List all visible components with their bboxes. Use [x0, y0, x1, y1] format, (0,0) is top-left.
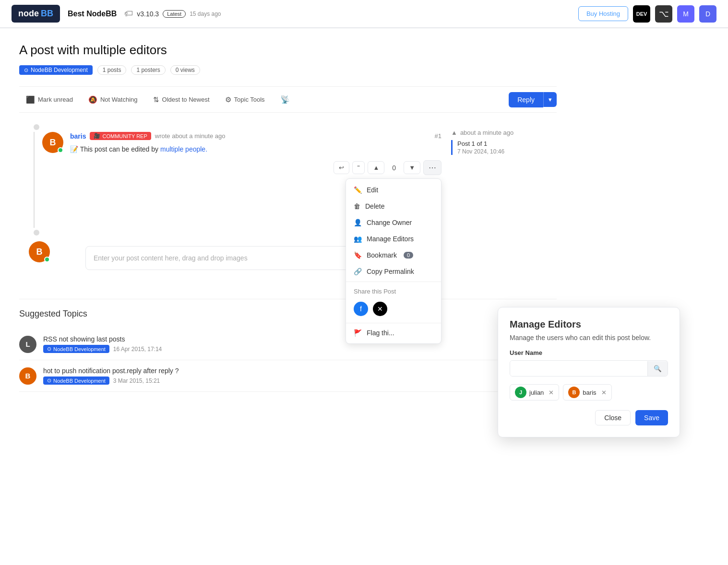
video-icon: 🎥 [94, 133, 100, 139]
views-count: 0 views [170, 65, 200, 75]
list-item: L RSS not showing last posts ⊙ NodeBB De… [19, 329, 557, 360]
bookmark-count: 0 [404, 252, 413, 259]
list-item: B hot to push notification post.reply af… [19, 360, 557, 392]
avatar-online-indicator [58, 147, 63, 153]
thread-dot-top [34, 124, 39, 130]
topic-tools-label: Topic Tools [234, 96, 265, 103]
post-number: #1 [435, 132, 442, 140]
highlight-text: multiple people. [160, 145, 207, 153]
mark-unread-icon: ⬛ [26, 95, 35, 104]
post-body: 📝 This post can be edited by multiple pe… [70, 144, 442, 154]
facebook-share-button[interactable]: f [354, 302, 368, 316]
change-owner-menu-item[interactable]: 👤 Change Owner [346, 214, 441, 231]
avatar: B [42, 132, 63, 153]
topic-cat-badge-0[interactable]: ⊙ NodeBB Development [43, 345, 109, 353]
main-layout: B baris 🎥 COMMUNITY REP wrote about a mi… [19, 124, 557, 280]
copy-permalink-menu-item[interactable]: 🔗 Copy Permalink [346, 263, 441, 280]
manage-editors-icon: 👥 [354, 235, 362, 243]
dropdown-menu: ✏️ Edit 🗑 Delete 👤 Change Owner [346, 178, 442, 344]
edit-label: Edit [367, 186, 378, 194]
post-content: baris 🎥 COMMUNITY REP wrote about a minu… [70, 132, 442, 228]
delete-menu-item[interactable]: 🗑 Delete [346, 198, 441, 214]
not-watching-icon: 🔕 [88, 95, 97, 104]
upvote-button[interactable]: ▲ [368, 161, 384, 174]
dev-icon[interactable]: DEV [633, 5, 650, 23]
flag-label: Flag thi... [367, 329, 394, 337]
link-icon: 🔗 [354, 268, 362, 275]
sort-icon: ⇅ [153, 95, 159, 104]
github-icon[interactable]: ⌥ [655, 5, 672, 23]
sort-label: Oldest to Newest [162, 96, 210, 103]
mastodon-icon[interactable]: M [677, 5, 694, 23]
sort-button[interactable]: ⇅ Oldest to Newest [146, 92, 216, 107]
main-content: B baris 🎥 COMMUNITY REP wrote about a mi… [19, 124, 442, 280]
posters-count: 1 posters [131, 65, 165, 75]
delete-icon: 🗑 [354, 202, 360, 210]
edit-menu-item[interactable]: ✏️ Edit [346, 182, 441, 198]
not-watching-label: Not Watching [100, 96, 138, 103]
discord-icon[interactable]: D [699, 5, 716, 23]
rss-icon: 📡 [280, 95, 290, 104]
buy-hosting-button[interactable]: Buy Hosting [578, 6, 628, 21]
more-options-button[interactable]: ⋯ [423, 160, 442, 175]
mark-unread-button[interactable]: ⬛ Mark unread [19, 92, 80, 107]
reply-dropdown-button[interactable]: ▾ [543, 92, 557, 107]
logo-node: node [18, 9, 39, 19]
sidebar-post-date: 7 Nov 2024, 10:46 [457, 148, 557, 155]
posts-count: 1 posts [97, 65, 127, 75]
editor-name-julian: julian [529, 389, 544, 396]
flag-menu-item[interactable]: 🚩 Flag thi... [346, 325, 441, 341]
category-badge[interactable]: ⊙ NodeBB Development [19, 65, 93, 75]
cat-icon-0: ⊙ [47, 346, 51, 352]
search-button[interactable]: 🔍 [647, 361, 668, 376]
latest-badge: Latest [163, 10, 186, 18]
post-author[interactable]: baris [70, 132, 86, 140]
post-item: B baris 🎥 COMMUNITY REP wrote about a mi… [42, 132, 442, 228]
thread-line [34, 132, 35, 228]
mark-unread-label: Mark unread [38, 96, 73, 103]
reply-avatar: B [29, 241, 50, 262]
category-icon: ⊙ [24, 67, 28, 73]
cat-icon-1: ⊙ [47, 377, 51, 384]
topic-name-0[interactable]: RSS not showing last posts [43, 335, 513, 343]
topic-name-1[interactable]: hot to push notification post.reply afte… [43, 367, 513, 375]
topic-title: A post with multiple editors [19, 43, 557, 58]
user-name-input[interactable] [510, 361, 647, 376]
topic-content-1: hot to push notification post.reply afte… [43, 367, 513, 385]
editor-remove-julian[interactable]: ✕ [549, 389, 554, 396]
logo[interactable]: nodeBB [12, 5, 60, 23]
editor-tag-baris: B baris ✕ [563, 384, 611, 400]
editor-remove-baris[interactable]: ✕ [601, 389, 607, 396]
sidebar-post-label: Post 1 of 1 [457, 140, 557, 147]
topic-tools-button[interactable]: ⚙ Topic Tools [218, 92, 272, 107]
bookmark-icon: 🔖 [354, 251, 362, 259]
downvote-button[interactable]: ▼ [404, 161, 420, 174]
chevron-up-icon: ▲ [451, 129, 457, 136]
user-name-label: User Name [510, 349, 668, 356]
topic-date-0: 16 Apr 2015, 17:14 [113, 346, 162, 353]
cat-label-0: NodeBB Development [53, 346, 106, 352]
reply-group: Reply ▾ [509, 92, 557, 107]
badge-label: COMMUNITY REP [102, 133, 147, 139]
tag-icon: 🏷 [124, 9, 133, 19]
reply-post-button[interactable]: ↩ [334, 161, 349, 174]
sidebar-time: ▲ about a minute ago [451, 129, 557, 136]
twitter-share-button[interactable]: ✕ [373, 302, 387, 316]
change-owner-icon: 👤 [354, 219, 362, 226]
topic-content-0: RSS not showing last posts ⊙ NodeBB Deve… [43, 335, 513, 353]
topic-avatar-1: B [19, 367, 36, 385]
gear-icon: ⚙ [225, 95, 231, 104]
bookmark-menu-item[interactable]: 🔖 Bookmark 0 [346, 247, 441, 263]
flag-icon: 🚩 [354, 329, 362, 337]
not-watching-button[interactable]: 🔕 Not Watching [82, 92, 144, 107]
topic-cat-badge-1[interactable]: ⊙ NodeBB Development [43, 377, 109, 385]
reply-button[interactable]: Reply [509, 92, 543, 107]
suggested-title: Suggested Topics [19, 309, 557, 319]
manage-editors-menu-item[interactable]: 👥 Manage Editors [346, 231, 441, 247]
modal-title: Manage Editors [510, 319, 668, 330]
quote-button[interactable]: " [352, 161, 365, 174]
rss-button[interactable]: 📡 [274, 92, 297, 107]
cat-label-1: NodeBB Development [53, 378, 106, 384]
delete-label: Delete [365, 202, 384, 210]
bookmark-label: Bookmark [367, 251, 397, 259]
